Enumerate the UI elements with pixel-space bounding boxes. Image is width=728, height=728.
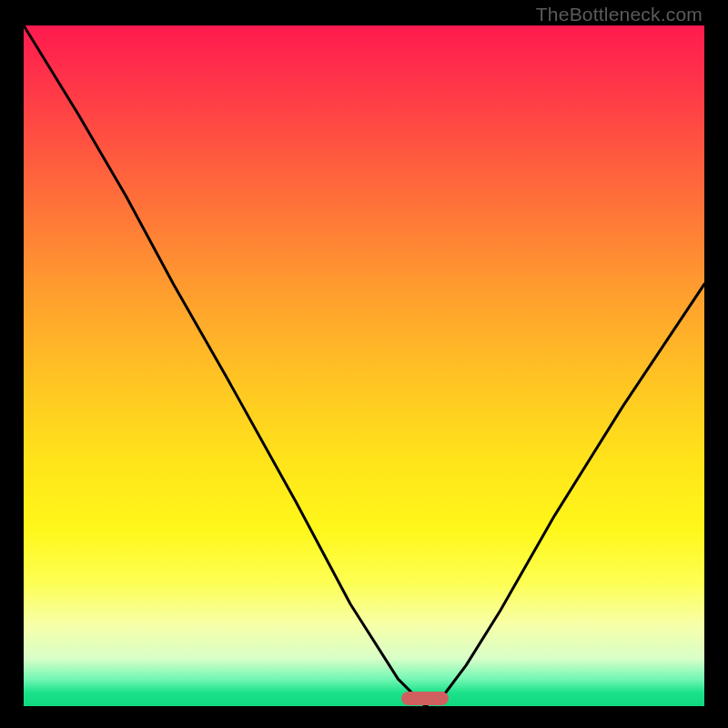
chart-frame (24, 25, 704, 706)
attribution-text: TheBottleneck.com (536, 4, 703, 25)
optimal-marker (401, 692, 449, 705)
bottleneck-curve (24, 25, 704, 706)
